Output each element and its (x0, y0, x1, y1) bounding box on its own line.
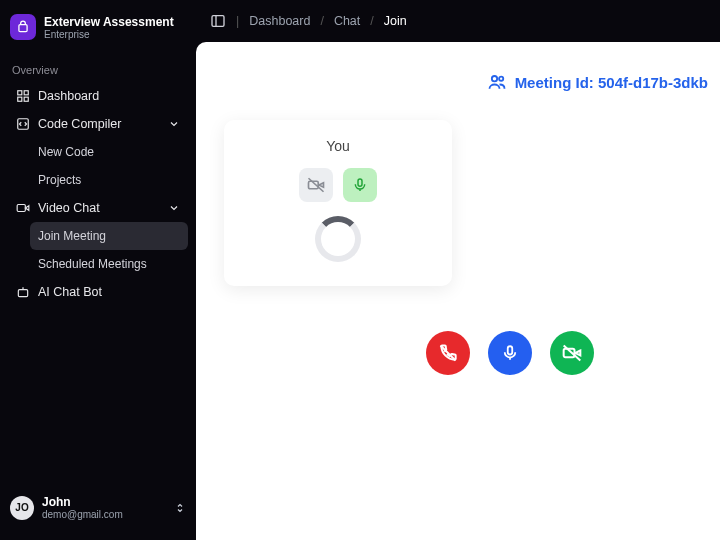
nav-label: AI Chat Bot (38, 285, 102, 299)
svg-rect-18 (508, 346, 513, 354)
svg-rect-2 (24, 91, 28, 95)
svg-marker-20 (576, 351, 581, 356)
nav-dashboard[interactable]: Dashboard (8, 82, 188, 110)
camera-off-icon (562, 343, 582, 363)
camera-off-chip[interactable] (299, 168, 333, 202)
user-menu[interactable]: JO John demo@gmail.com (0, 485, 196, 530)
selector-icon (174, 501, 186, 515)
nav-label: Video Chat (38, 201, 100, 215)
brand-icon (10, 14, 36, 40)
nav: Dashboard Code Compiler New Code Project… (0, 82, 196, 306)
breadcrumb-separator: / (320, 14, 323, 28)
phone-off-icon (438, 343, 458, 363)
svg-rect-3 (18, 97, 22, 101)
svg-point-11 (491, 76, 496, 81)
panel-toggle-icon[interactable] (210, 13, 226, 29)
nav-label: Join Meeting (38, 229, 106, 243)
nav-label: Projects (38, 173, 81, 187)
svg-rect-0 (19, 25, 27, 32)
video-icon (16, 201, 30, 215)
brand-subtitle: Enterprise (44, 29, 174, 40)
nav-join-meeting[interactable]: Join Meeting (30, 222, 188, 250)
toggle-mic-button[interactable] (488, 331, 532, 375)
nav-label: Scheduled Meetings (38, 257, 147, 271)
nav-label: Dashboard (38, 89, 99, 103)
brand-title: Exterview Assessment (44, 15, 174, 29)
chevron-down-icon (168, 202, 180, 214)
participant-name: You (326, 138, 350, 154)
nav-code-compiler[interactable]: Code Compiler (8, 110, 188, 138)
svg-line-15 (309, 178, 324, 192)
camera-off-icon (307, 176, 325, 194)
user-name: John (42, 495, 123, 509)
loading-spinner (315, 216, 361, 262)
call-action-bar (426, 331, 594, 375)
dashboard-icon (16, 89, 30, 103)
mic-icon (501, 344, 519, 362)
svg-rect-4 (24, 97, 28, 101)
svg-point-12 (499, 77, 503, 81)
topbar: | Dashboard / Chat / Join (196, 0, 720, 42)
participant-tile: You (224, 120, 452, 286)
nav-projects[interactable]: Projects (30, 166, 188, 194)
breadcrumb-chat[interactable]: Chat (334, 14, 360, 28)
section-label: Overview (0, 50, 196, 82)
chevron-down-icon (168, 118, 180, 130)
svg-line-21 (564, 346, 581, 361)
nav-new-code[interactable]: New Code (30, 138, 188, 166)
users-icon (487, 72, 507, 92)
nav-ai-chat-bot[interactable]: AI Chat Bot (8, 278, 188, 306)
breadcrumb-join: Join (384, 14, 407, 28)
meeting-id-value: 504f-d17b-3dkb (598, 74, 708, 91)
end-call-button[interactable] (426, 331, 470, 375)
separator: | (236, 14, 239, 28)
mic-icon (352, 177, 368, 193)
svg-rect-6 (17, 205, 25, 212)
main: | Dashboard / Chat / Join Meeting Id: 50… (196, 0, 720, 540)
mic-on-chip[interactable] (343, 168, 377, 202)
toggle-camera-button[interactable] (550, 331, 594, 375)
nav-video-chat[interactable]: Video Chat (8, 194, 188, 222)
breadcrumb-dashboard[interactable]: Dashboard (249, 14, 310, 28)
svg-rect-8 (18, 290, 27, 297)
nav-scheduled-meetings[interactable]: Scheduled Meetings (30, 250, 188, 278)
bot-icon (16, 285, 30, 299)
svg-rect-1 (18, 91, 22, 95)
svg-rect-9 (212, 16, 224, 27)
content: Meeting Id: 504f-d17b-3dkb You (196, 42, 720, 540)
sidebar: Exterview Assessment Enterprise Overview… (0, 0, 196, 540)
nav-label: Code Compiler (38, 117, 121, 131)
code-icon (16, 117, 30, 131)
nav-label: New Code (38, 145, 94, 159)
brand: Exterview Assessment Enterprise (0, 10, 196, 50)
meeting-id: Meeting Id: 504f-d17b-3dkb (487, 72, 708, 92)
meeting-id-label: Meeting Id: (515, 74, 598, 91)
avatar: JO (10, 496, 34, 520)
svg-marker-14 (319, 183, 324, 188)
user-email: demo@gmail.com (42, 509, 123, 520)
svg-rect-16 (358, 179, 362, 186)
breadcrumb-separator: / (370, 14, 373, 28)
